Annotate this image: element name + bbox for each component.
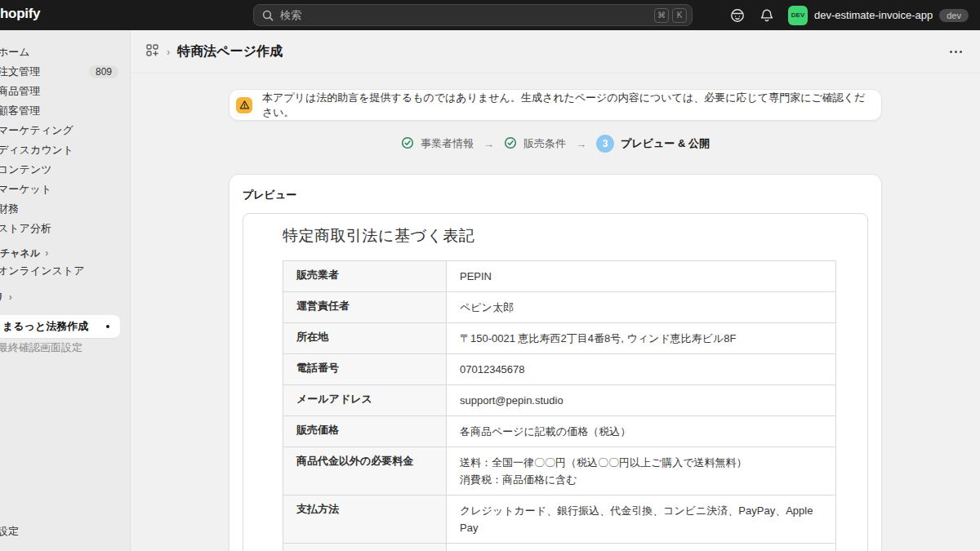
legal-info-table: 販売業者 PEPIN 運営責任者 ペピン太郎 所在地 〒150-0021 恵比寿… (283, 260, 836, 551)
row-value: 各商品ページに記載の価格（税込） (460, 423, 822, 440)
sidebar-item-finance[interactable]: 財務 (0, 199, 130, 219)
sidebar-section-channels[interactable]: チャネル › (0, 245, 130, 261)
topbar: hopify ⌘ K (0, 0, 980, 30)
legal-page-heading: 特定商取引法に基づく表記 (283, 225, 828, 247)
row-label: 支払時期 (283, 544, 447, 551)
table-row: 販売価格 各商品ページに記載の価格（税込） (283, 416, 836, 447)
row-label: 販売価格 (283, 416, 447, 447)
sidebar-item-markets[interactable]: マーケット (0, 180, 130, 199)
preview-card: プレビュー 特定商取引法に基づく表記 販売業者 PEPIN 運営責任者 ペピン太… (229, 174, 882, 551)
sidebar-item-content[interactable]: コンテンツ (0, 160, 130, 180)
step-number-badge: 3 (596, 135, 614, 153)
legal-warning-banner: 本アプリは法的助言を提供するものではありません。生成されたページの内容については… (229, 89, 882, 121)
k-key-icon: K (672, 8, 687, 23)
search-icon (262, 10, 274, 21)
table-row: 電話番号 07012345678 (283, 354, 836, 385)
table-row: 支払時期 クレジットカード：ご注文時にカード会社の規定に基づきご請求 銀行振込：… (283, 544, 836, 551)
row-value: 送料：全国一律〇〇円（税込〇〇円以上ご購入で送料無料） (460, 454, 822, 471)
env-badge: dev (939, 9, 969, 22)
row-label: 商品代金以外の必要料金 (283, 447, 447, 495)
step-sales-terms[interactable]: 販売条件 (504, 136, 566, 152)
sidebar-section-apps[interactable]: アプリ › (0, 289, 130, 305)
orders-count-badge: 809 (89, 65, 118, 78)
page-title: 特商法ページ作成 (177, 43, 283, 60)
row-value: support@pepin.studio (460, 392, 822, 409)
sidebar-item-settings[interactable]: 設定 (0, 522, 19, 541)
notifications-bell-icon[interactable] (760, 8, 774, 23)
table-row: メールアドレス support@pepin.studio (283, 385, 836, 416)
table-row: 支払方法 クレジットカード、銀行振込、代金引換、コンビニ決済、PayPay、Ap… (283, 495, 836, 544)
page-header: › 特商法ページ作成 (131, 30, 980, 73)
sidebar-item-app-marutto-houmu[interactable]: まるっと法務作成 (0, 315, 120, 338)
sidekick-icon[interactable] (729, 7, 746, 24)
store-name: dev-estimate-invoice-app (814, 9, 933, 21)
row-value: PEPIN (460, 268, 822, 285)
step-preview-publish: 3 プレビュー & 公開 (596, 135, 710, 153)
cmd-key-icon: ⌘ (654, 8, 669, 23)
shopify-logo[interactable]: hopify (0, 6, 40, 22)
row-value: 消費税：商品価格に含む (460, 471, 822, 488)
row-value: 07012345678 (460, 361, 822, 378)
search-input[interactable] (280, 9, 654, 21)
row-label: メールアドレス (283, 385, 447, 416)
chevron-right-icon: › (9, 291, 12, 303)
table-row: 販売業者 PEPIN (283, 261, 836, 292)
sidebar: ホーム 注文管理 809 商品管理 顧客管理 マーケティング ディスカウント コ… (0, 30, 131, 551)
active-dot-icon (106, 325, 109, 328)
step-business-info[interactable]: 事業者情報 (401, 136, 474, 152)
sidebar-item-discounts[interactable]: ディスカウント (0, 140, 130, 160)
sidebar-item-online-store[interactable]: オンラインストア (0, 261, 130, 281)
row-value: 〒150-0021 恵比寿西2丁目4番8号, ウィンド恵比寿ビル8F (460, 330, 822, 347)
chevron-right-icon: › (45, 247, 48, 259)
row-label: 電話番号 (283, 354, 447, 385)
banner-text: 本アプリは法的助言を提供するものではありません。生成されたページの内容については… (262, 91, 868, 120)
search-shortcut: ⌘ K (654, 8, 687, 23)
main-area: › 特商法ページ作成 本アプリは法的助言を提供するものではありません。生成された… (131, 30, 980, 551)
sidebar-item-marketing[interactable]: マーケティング (0, 121, 130, 140)
row-value: ペピン太郎 (460, 299, 822, 316)
table-row: 商品代金以外の必要料金 送料：全国一律〇〇円（税込〇〇円以上ご購入で送料無料） … (283, 447, 836, 495)
sidebar-item-final-confirm-settings[interactable]: 最終確認画面設定 (0, 338, 130, 358)
row-label: 支払方法 (283, 495, 447, 544)
row-label: 販売業者 (283, 261, 447, 292)
app-breadcrumb-icon[interactable] (145, 43, 159, 60)
preview-card-title: プレビュー (243, 188, 871, 202)
table-row: 所在地 〒150-0021 恵比寿西2丁目4番8号, ウィンド恵比寿ビル8F (283, 323, 836, 354)
sidebar-item-customers[interactable]: 顧客管理 (0, 101, 130, 121)
search-bar[interactable]: ⌘ K (253, 4, 693, 26)
generated-page-preview: 特定商取引法に基づく表記 販売業者 PEPIN 運営責任者 ペピン太郎 (243, 213, 868, 551)
sidebar-item-orders[interactable]: 注文管理 809 (0, 62, 130, 82)
check-circle-icon (504, 136, 517, 152)
sidebar-item-products[interactable]: 商品管理 (0, 82, 130, 101)
breadcrumb-chevron-icon: › (167, 46, 170, 58)
row-label: 所在地 (283, 323, 447, 354)
arrow-right-icon: → (483, 138, 494, 150)
table-row: 運営責任者 ペピン太郎 (283, 292, 836, 323)
warning-triangle-icon (236, 97, 252, 113)
wizard-stepper: 事業者情報 → 販売条件 → 3 プレビュー & 公開 (229, 135, 882, 153)
check-circle-icon (401, 136, 414, 152)
store-menu[interactable]: DEV dev-estimate-invoice-app dev (788, 6, 969, 25)
row-label: 運営責任者 (283, 292, 447, 323)
more-options-button[interactable] (947, 46, 965, 58)
shopify-admin: hopify ⌘ K (0, 0, 980, 551)
sidebar-item-analytics[interactable]: ストア分析 (0, 219, 130, 238)
sidebar-item-home[interactable]: ホーム (0, 42, 130, 62)
arrow-right-icon: → (576, 138, 586, 150)
store-avatar: DEV (788, 6, 808, 25)
row-value: クレジットカード、銀行振込、代金引換、コンビニ決済、PayPay、Apple P… (460, 502, 822, 536)
